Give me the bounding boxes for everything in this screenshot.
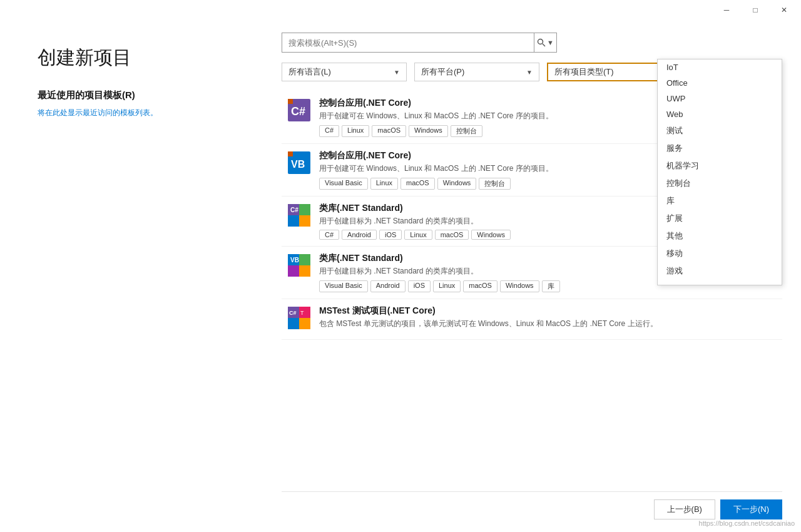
svg-rect-9 — [299, 204, 310, 215]
svg-rect-14 — [299, 254, 310, 265]
svg-text:VB: VB — [290, 257, 299, 263]
search-input[interactable] — [282, 38, 534, 48]
dropdown-item-office[interactable]: Office — [658, 75, 782, 91]
dropdown-item-game[interactable]: 游戏 — [658, 262, 782, 280]
back-button[interactable]: 上一步(B) — [654, 499, 715, 519]
svg-text:T: T — [300, 310, 304, 316]
title-bar: ─ □ ✕ — [0, 0, 801, 20]
template-info-cs-mstest: MSTest 测试项目(.NET Core)包含 MSTest 单元测试的项目，… — [319, 305, 777, 333]
tag: iOS — [379, 230, 402, 240]
tag: macOS — [463, 280, 497, 292]
template-icon-cs-classlib: C# — [287, 203, 312, 228]
svg-text:C#: C# — [289, 310, 297, 316]
svg-rect-21 — [299, 318, 310, 329]
tag: Windows — [471, 230, 511, 240]
tag: Linux — [404, 230, 432, 240]
type-dropdown: IoTOfficeUWPWeb测试服务机器学习控制台库扩展其他移动游戏云桌面 — [657, 59, 782, 285]
watermark: https://blog.csdn.net/csdcainiao — [699, 519, 795, 527]
tag: Visual Basic — [319, 178, 368, 190]
platform-filter[interactable]: 所有平台(P) ▼ — [414, 63, 539, 81]
recent-hint: 将在此处显示最近访问的模板列表。 — [38, 108, 238, 118]
dropdown-item-ml[interactable]: 机器学习 — [658, 157, 782, 175]
svg-rect-11 — [299, 215, 310, 227]
page-title: 创建新项目 — [38, 45, 238, 71]
tag: Android — [342, 230, 377, 240]
minimize-button[interactable]: ─ — [712, 0, 741, 20]
type-filter[interactable]: 所有项目类型(T) ▼ — [547, 63, 672, 81]
maximize-button[interactable]: □ — [741, 0, 770, 20]
language-chevron-icon: ▼ — [394, 69, 400, 76]
dropdown-item-cloud[interactable]: 云 — [658, 280, 782, 285]
tag: Linux — [342, 125, 369, 137]
tag: Linux — [370, 178, 398, 190]
dropdown-item-ext[interactable]: 扩展 — [658, 210, 782, 227]
template-icon-cs-console: C# — [287, 98, 312, 123]
svg-text:VB: VB — [291, 159, 305, 170]
main-window: ─ □ ✕ 创建新项目 最近使用的项目模板(R) 将在此处显示最近访问的模板列表… — [0, 0, 801, 532]
tag: macOS — [435, 230, 469, 240]
platform-chevron-icon: ▼ — [526, 69, 533, 76]
platform-filter-label: 所有平台(P) — [421, 66, 464, 78]
search-button[interactable]: ▼ — [534, 33, 556, 52]
svg-rect-10 — [288, 215, 299, 227]
dropdown-item-iot[interactable]: IoT — [658, 59, 782, 75]
svg-line-1 — [543, 44, 545, 46]
dropdown-item-other[interactable]: 其他 — [658, 227, 782, 245]
dropdown-item-service[interactable]: 服务 — [658, 140, 782, 157]
language-filter[interactable]: 所有语言(L) ▼ — [282, 63, 407, 81]
search-row: ▼ — [282, 33, 782, 53]
svg-rect-16 — [299, 265, 310, 277]
footer-row: 上一步(B) 下一步(N) — [282, 491, 782, 519]
template-icon-cs-mstest: C# T — [287, 305, 312, 330]
language-filter-label: 所有语言(L) — [288, 66, 331, 78]
tag: C# — [319, 230, 339, 240]
template-name-cs-mstest: MSTest 测试项目(.NET Core) — [319, 305, 777, 317]
template-item-cs-mstest[interactable]: C# T MSTest 测试项目(.NET Core)包含 MSTest 单元测… — [282, 299, 782, 340]
svg-rect-15 — [288, 265, 299, 277]
type-filter-label: 所有项目类型(T) — [554, 66, 614, 78]
svg-rect-20 — [288, 318, 299, 329]
template-icon-vb-classlib: VB — [287, 253, 312, 278]
tag: 控制台 — [451, 125, 482, 137]
dropdown-item-web[interactable]: Web — [658, 106, 782, 122]
dropdown-item-test[interactable]: 测试 — [658, 122, 782, 140]
dropdown-scroll: IoTOfficeUWPWeb测试服务机器学习控制台库扩展其他移动游戏云桌面 — [658, 59, 782, 285]
left-panel: 创建新项目 最近使用的项目模板(R) 将在此处显示最近访问的模板列表。 — [0, 20, 269, 532]
tag: Linux — [433, 280, 461, 292]
svg-rect-7 — [288, 151, 293, 156]
tag: macOS — [400, 178, 435, 190]
dropdown-item-console[interactable]: 控制台 — [658, 175, 782, 192]
svg-point-0 — [538, 39, 543, 44]
svg-rect-4 — [288, 99, 293, 104]
tag: Windows — [409, 125, 448, 137]
close-button[interactable]: ✕ — [770, 0, 798, 20]
tag: 库 — [542, 280, 560, 292]
tag: Visual Basic — [319, 280, 368, 292]
tag: iOS — [408, 280, 431, 292]
svg-text:C#: C# — [290, 207, 298, 213]
template-desc-cs-mstest: 包含 MSTest 单元测试的项目，该单元测试可在 Windows、Linux … — [319, 319, 777, 329]
search-box: ▼ — [282, 33, 557, 53]
content-area: 创建新项目 最近使用的项目模板(R) 将在此处显示最近访问的模板列表。 ▼ — [0, 20, 801, 532]
recent-label: 最近使用的项目模板(R) — [38, 90, 238, 101]
tag: C# — [319, 125, 339, 137]
tag: Windows — [500, 280, 539, 292]
tag: Windows — [437, 178, 477, 190]
svg-text:C#: C# — [291, 105, 305, 118]
dropdown-item-lib[interactable]: 库 — [658, 192, 782, 210]
tag: 控制台 — [479, 178, 511, 190]
next-button[interactable]: 下一步(N) — [720, 499, 782, 519]
right-panel: ▼ 所有语言(L) ▼ 所有平台(P) ▼ 所有项目类型(T) ▼ — [269, 20, 801, 532]
dropdown-item-mobile[interactable]: 移动 — [658, 245, 782, 262]
dropdown-item-uwp[interactable]: UWP — [658, 91, 782, 106]
tag: Android — [370, 280, 406, 292]
template-icon-vb-console: VB — [287, 150, 312, 175]
tag: macOS — [372, 125, 406, 137]
